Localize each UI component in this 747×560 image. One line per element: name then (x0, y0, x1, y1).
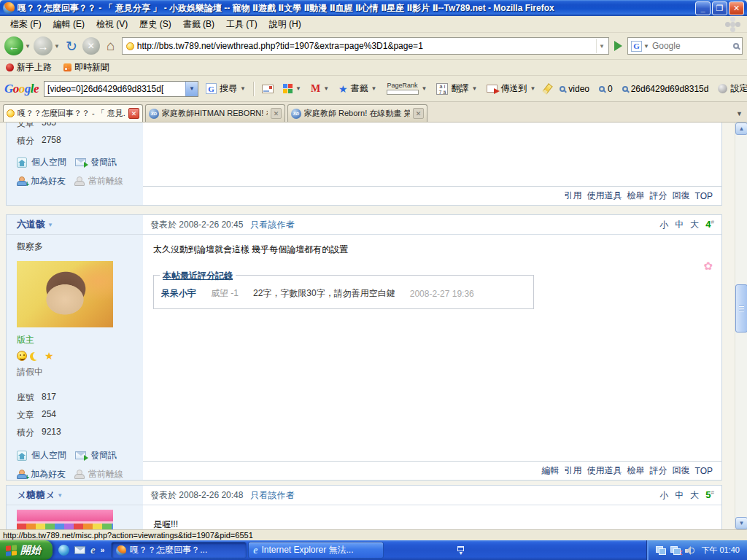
top-link[interactable]: TOP (695, 191, 713, 201)
url-dropdown-icon[interactable]: ▼ (596, 39, 607, 53)
top-link[interactable]: TOP (695, 466, 713, 476)
xd-favicon: XD (149, 109, 159, 119)
tab-thread[interactable]: 嘎？？怎麼回事？？ - 「 意見... ✕ (3, 104, 143, 122)
rate-link[interactable]: 評分 (650, 190, 667, 202)
google-bookmarks-button[interactable]: ★ 書籤 ▼ (336, 81, 379, 96)
username-dropdown-icon[interactable]: ▼ (57, 492, 63, 499)
settings-button[interactable]: 設定 (716, 81, 747, 96)
google-g-icon[interactable]: G (631, 41, 642, 52)
stat-credits: 積分9213 (17, 427, 143, 439)
close-button[interactable]: ✕ (729, 1, 744, 15)
messenger-icon[interactable] (58, 545, 69, 556)
quote-link[interactable]: 引用 (565, 190, 582, 202)
tab-reborn-2[interactable]: XD 家庭教師 Reborn! 在線動畫 第66話 - ... ✕ (287, 104, 427, 122)
send-message-link[interactable]: 發簡訊 (90, 449, 117, 462)
desktop-band-icon[interactable]: ▼ (457, 540, 464, 560)
forward-dropdown-icon[interactable]: ▼ (54, 43, 60, 50)
internet-explorer-icon[interactable]: e (90, 544, 96, 556)
send-message-link[interactable]: 發簡訊 (90, 156, 117, 168)
only-author-link[interactable]: 只看該作者 (250, 489, 294, 502)
network-icon[interactable] (656, 546, 666, 555)
tab-reborn-1[interactable]: XD 家庭教師HITMAN REBORN! 在線動... ✕ (145, 104, 285, 122)
font-medium-link[interactable]: 中 (675, 219, 684, 231)
translate-dropdown-icon: ▼ (471, 85, 477, 92)
menu-file[interactable]: 檔案 (F) (4, 16, 47, 33)
report-link[interactable]: 檢舉 (627, 190, 645, 202)
add-friend-link[interactable]: 加為好友 (31, 468, 66, 481)
menu-help[interactable]: 說明 (H) (263, 16, 307, 33)
send-to-button[interactable]: 傳送到 ▼ (484, 81, 538, 96)
back-button[interactable]: ← (4, 36, 23, 55)
google-search-button[interactable]: G 搜尋 ▼ (204, 81, 248, 96)
menu-edit[interactable]: 編輯 (E) (47, 16, 90, 33)
term-button-hash[interactable]: 26d6429d69d8315d (620, 82, 711, 96)
rate-link[interactable]: 評分 (650, 464, 667, 477)
google-search-field[interactable] (44, 84, 185, 94)
search-input[interactable] (652, 41, 731, 51)
scroll-down-icon[interactable]: ▼ (735, 517, 747, 529)
font-small-link[interactable]: 小 (659, 219, 668, 231)
gmail-button[interactable]: M ▼ (309, 82, 331, 96)
home-button[interactable]: ⌂ (102, 37, 120, 55)
outlook-express-icon[interactable] (74, 546, 85, 554)
rating-user-link[interactable]: 呆呆小宇 (161, 287, 196, 300)
menu-bookmarks[interactable]: 書籤 (B) (177, 16, 220, 33)
go-button[interactable] (614, 41, 622, 51)
highlight-button[interactable] (543, 82, 552, 96)
sitejot-button[interactable] (260, 83, 276, 95)
scroll-up-icon[interactable]: ▲ (735, 122, 747, 135)
username-link[interactable]: 六道骸 (17, 218, 45, 231)
report-link[interactable]: 檢舉 (627, 464, 645, 477)
tab-list-dropdown-icon[interactable]: ▼ (736, 110, 743, 117)
search-engine-dropdown-icon[interactable]: ▼ (643, 43, 649, 50)
font-large-link[interactable]: 大 (690, 219, 699, 231)
stop-button[interactable]: ✕ (82, 37, 100, 55)
font-medium-link[interactable]: 中 (675, 489, 684, 502)
edit-link[interactable]: 編輯 (542, 464, 560, 477)
bookmark-getting-started[interactable]: 新手上路 (6, 61, 52, 74)
task-firefox[interactable]: 嘎？？怎麼回事？... (111, 542, 247, 559)
network-disconnected-icon[interactable]: ✕ (670, 546, 681, 555)
back-dropdown-icon[interactable]: ▼ (25, 43, 31, 50)
use-item-link[interactable]: 使用道具 (587, 464, 622, 477)
reload-button[interactable]: ↻ (63, 37, 80, 55)
use-item-link[interactable]: 使用道具 (587, 190, 622, 202)
volume-icon[interactable] (685, 546, 694, 555)
menu-tools[interactable]: 工具 (T) (220, 16, 263, 33)
combo-dropdown-icon[interactable]: ▼ (185, 82, 198, 96)
username-link[interactable]: ㄨ糖糖ㄨ (17, 489, 55, 502)
username-dropdown-icon[interactable]: ▼ (47, 222, 53, 228)
font-large-link[interactable]: 大 (690, 489, 699, 502)
start-button[interactable]: 開始 (0, 540, 53, 560)
tab-close-icon[interactable]: ✕ (413, 108, 424, 119)
reply-link[interactable]: 回復 (673, 190, 690, 202)
vertical-scrollbar[interactable]: ▲ ▼ (735, 122, 747, 529)
pagerank-widget[interactable]: PageRank ▼ (384, 81, 430, 96)
reply-link[interactable]: 回復 (673, 464, 690, 477)
only-author-link[interactable]: 只看該作者 (250, 219, 294, 231)
tab-close-icon[interactable]: ✕ (271, 108, 282, 119)
restore-button[interactable]: ❐ (712, 1, 727, 15)
task-ie[interactable]: e Internet Explorer 無法... (248, 542, 384, 559)
personal-space-link[interactable]: 個人空間 (31, 156, 66, 168)
star-medal-icon: ★ (44, 351, 54, 361)
term-button-0[interactable]: 0 (597, 82, 615, 96)
quick-launch-overflow-icon[interactable]: » (101, 546, 105, 554)
forward-button[interactable]: → (34, 36, 53, 55)
search-magnifier-icon[interactable] (733, 43, 739, 49)
tab-close-icon[interactable]: ✕ (128, 108, 139, 119)
quote-link[interactable]: 引用 (565, 464, 582, 477)
menu-view[interactable]: 檢視 (V) (90, 16, 133, 33)
font-small-link[interactable]: 小 (659, 489, 668, 502)
url-input[interactable] (137, 41, 593, 51)
minimize-button[interactable]: _ (695, 1, 711, 15)
scrollbar-thumb[interactable] (735, 284, 747, 332)
bookmark-latest-news[interactable]: 即時新聞 (63, 61, 109, 74)
term-button-video[interactable]: video (557, 82, 592, 96)
add-friend-link[interactable]: 加為好友 (31, 175, 66, 187)
google-apps-button[interactable]: ▼ (281, 82, 303, 95)
flower-rating-icon[interactable]: ✿ (703, 260, 713, 273)
translate-button[interactable]: a í7 ä 翻譯 ▼ (434, 81, 479, 96)
menu-history[interactable]: 歷史 (S) (133, 16, 177, 33)
personal-space-link[interactable]: 個人空間 (31, 449, 66, 462)
